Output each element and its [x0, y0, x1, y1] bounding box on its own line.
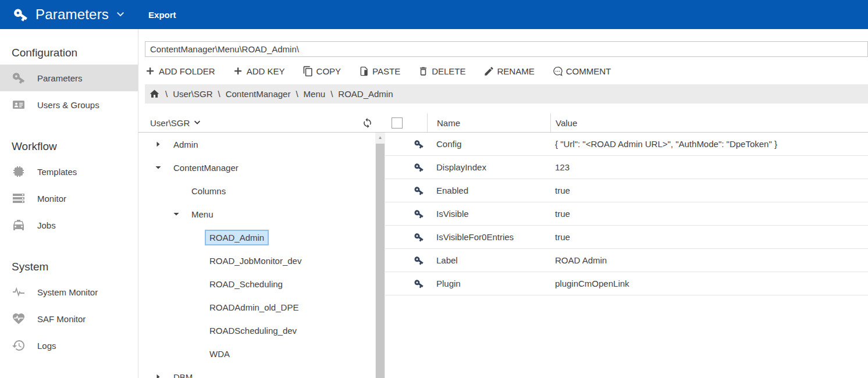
taxi-icon: [12, 218, 26, 232]
breadcrumb-segment[interactable]: User\SGR: [173, 89, 212, 99]
arrow-right-icon[interactable]: [152, 138, 169, 150]
sidebar-item-users-groups[interactable]: Users & Groups: [0, 91, 138, 118]
tree-label[interactable]: ROAD_Scheduling: [205, 276, 287, 292]
parameters-app: Parameters Export ConfigurationParameter…: [0, 0, 868, 378]
chip-icon: [12, 165, 26, 179]
grid-rows: Config{ "Url": "<ROAD Admin URL>", "Auth…: [385, 133, 868, 295]
breadcrumb-separator: \: [296, 89, 298, 99]
key-icon: [385, 139, 427, 149]
sidebar-item-parameters[interactable]: Parameters: [0, 65, 138, 91]
tree-item-roadadmin_old_dpe[interactable]: ROADAdmin_old_DPE: [138, 295, 375, 319]
sidebar-item-jobs[interactable]: Jobs: [0, 212, 138, 238]
export-menu[interactable]: Export: [148, 10, 176, 20]
sidebar-item-system-monitor[interactable]: System Monitor: [0, 279, 138, 305]
breadcrumb-segment[interactable]: Menu: [304, 89, 326, 99]
tree-item-contentmanager[interactable]: ContentManager: [138, 156, 375, 179]
tree-scrollbar[interactable]: ▲: [375, 133, 385, 378]
tree-label[interactable]: ROAD_JobMonitor_dev: [205, 253, 306, 269]
tree-item-roadscheduling_dev[interactable]: ROADScheduling_dev: [138, 319, 375, 342]
tree-label[interactable]: Columns: [187, 183, 230, 199]
copy-button[interactable]: COPY: [303, 66, 341, 77]
sidebar-section-heading: System: [0, 261, 138, 273]
key-icon: [12, 71, 26, 85]
home-icon[interactable]: [149, 88, 160, 99]
tree-item-road_admin[interactable]: ROAD_Admin: [138, 226, 375, 249]
toolbar: ADD FOLDERADD KEYCOPYPASTEDELETERENAMECO…: [145, 63, 868, 79]
path-row: [145, 41, 868, 57]
rename-button[interactable]: RENAME: [483, 66, 535, 77]
comment-button[interactable]: COMMENT: [552, 66, 611, 77]
tree-label-selected[interactable]: ROAD_Admin: [205, 230, 269, 245]
parameter-row-isvisible[interactable]: IsVisibletrue: [385, 202, 868, 226]
tree-item-wda[interactable]: WDA: [138, 342, 375, 365]
key-icon: [385, 255, 427, 266]
parameter-row-displayindex[interactable]: DisplayIndex123: [385, 156, 868, 179]
breadcrumb-separator: \: [165, 89, 168, 99]
sidebar-item-label: Logs: [37, 341, 56, 351]
paste-button[interactable]: PASTE: [358, 66, 400, 77]
add-folder-button[interactable]: ADD FOLDER: [145, 66, 215, 77]
arrow-down-icon[interactable]: [152, 162, 169, 173]
column-header-name[interactable]: Name: [427, 113, 550, 132]
tree-item-road_scheduling[interactable]: ROAD_Scheduling: [138, 272, 375, 295]
app-title[interactable]: Parameters: [35, 6, 109, 23]
tree-item-menu[interactable]: Menu: [138, 202, 375, 226]
parameter-value: true: [550, 186, 868, 195]
path-input[interactable]: [145, 41, 868, 57]
parameter-row-enabled[interactable]: Enabledtrue: [385, 179, 868, 202]
chevron-down-icon[interactable]: [191, 117, 203, 129]
parameter-row-label[interactable]: LabelROAD Admin: [385, 249, 868, 272]
chevron-down-icon[interactable]: [113, 8, 127, 22]
tree-label[interactable]: Admin: [169, 137, 203, 152]
tree-label[interactable]: Menu: [187, 206, 218, 222]
parameter-name: Enabled: [427, 186, 550, 195]
select-all-checkbox[interactable]: [392, 117, 403, 129]
breadcrumb-segment[interactable]: ContentManager: [226, 89, 291, 99]
add-key-button[interactable]: ADD KEY: [233, 66, 285, 77]
tree-root-selector[interactable]: User\SGR: [150, 118, 190, 128]
paste-icon: [358, 66, 369, 77]
scrollbar-thumb[interactable]: [376, 144, 385, 378]
scrollbar-up-icon[interactable]: ▲: [375, 133, 385, 142]
tree-item-columns[interactable]: Columns: [138, 179, 375, 202]
parameter-name: IsVisibleFor0Entries: [427, 232, 550, 242]
parameter-row-isvisiblefor0entries[interactable]: IsVisibleFor0Entriestrue: [385, 226, 868, 249]
tree-item-admin[interactable]: Admin: [138, 133, 375, 156]
heart-pulse-icon: [12, 312, 26, 326]
grid-header: Name Value: [385, 113, 868, 133]
values-grid: Name Value Config{ "Url": "<ROAD Admin U…: [385, 113, 868, 378]
tree-label[interactable]: ROADAdmin_old_DPE: [205, 299, 303, 315]
pencil-icon: [483, 66, 495, 77]
sidebar-section-heading: Configuration: [0, 47, 138, 59]
tree-item-road_jobmonitor_dev[interactable]: ROAD_JobMonitor_dev: [138, 249, 375, 272]
sidebar-section: SystemSystem MonitorSAF MonitorLogs: [0, 261, 138, 359]
arrow-down-icon[interactable]: [170, 208, 187, 220]
delete-button[interactable]: DELETE: [418, 66, 465, 77]
toolbar-button-label: COMMENT: [566, 66, 611, 76]
sidebar-item-saf-monitor[interactable]: SAF Monitor: [0, 305, 138, 332]
parameter-value: true: [550, 209, 868, 219]
parameter-row-config[interactable]: Config{ "Url": "<ROAD Admin URL>", "Auth…: [385, 133, 868, 156]
tree-label[interactable]: DBM: [169, 369, 197, 378]
tree-label[interactable]: ContentManager: [169, 160, 243, 176]
breadcrumb-segment[interactable]: ROAD_Admin: [338, 89, 393, 99]
parameter-row-plugin[interactable]: PluginpluginCmOpenLink: [385, 272, 868, 295]
main-area: ADD FOLDERADD KEYCOPYPASTEDELETERENAMECO…: [138, 29, 868, 378]
sidebar-section-heading: Workflow: [0, 140, 138, 153]
sidebar-section: ConfigurationParametersUsers & Groups: [0, 47, 138, 118]
sidebar-item-monitor[interactable]: Monitor: [0, 185, 138, 212]
tree-label[interactable]: WDA: [205, 346, 234, 362]
sidebar-section: WorkflowTemplatesMonitorJobs: [0, 140, 138, 238]
arrow-right-icon[interactable]: [152, 371, 169, 378]
sidebar-item-logs[interactable]: Logs: [0, 332, 138, 359]
tree-label[interactable]: ROADScheduling_dev: [205, 323, 301, 338]
tree-body: AdminContentManagerColumnsMenuROAD_Admin…: [138, 133, 385, 378]
tree-item-dbm[interactable]: DBM: [138, 365, 375, 378]
history-icon: [12, 338, 26, 352]
sidebar-item-templates[interactable]: Templates: [0, 158, 138, 185]
refresh-icon[interactable]: [362, 117, 373, 129]
top-bar: Parameters Export: [0, 0, 868, 29]
key-icon: [385, 186, 427, 196]
column-header-value[interactable]: Value: [550, 113, 868, 132]
sidebar-item-label: Monitor: [37, 194, 66, 204]
